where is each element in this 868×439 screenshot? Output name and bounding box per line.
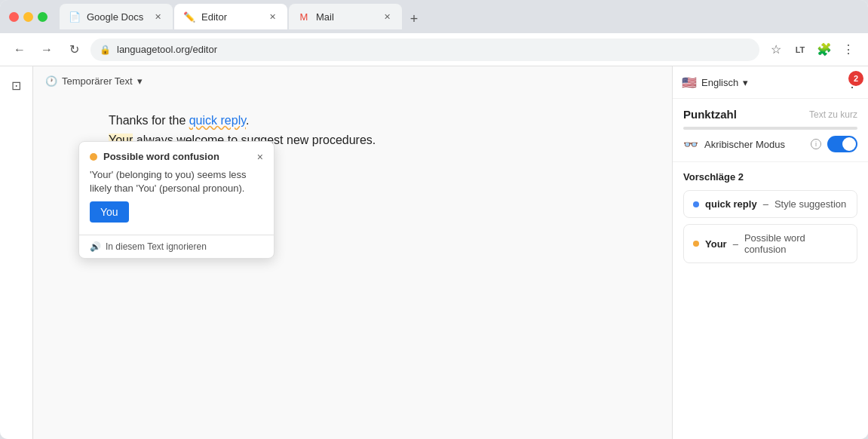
popup-header: Possible word confusion × — [79, 142, 274, 168]
title-bar: 📄 Google Docs ✕ ✏️ Editor ✕ M Mail ✕ — [0, 0, 868, 33]
temp-text-button[interactable]: 🕐 Temporärer Text ▾ — [45, 75, 143, 87]
suggestion-dot-blue — [693, 201, 699, 207]
popup-dot — [90, 153, 97, 161]
quick-reply-link[interactable]: quick reply — [189, 114, 246, 127]
punktzahl-section: Punktzahl Text zu kurz 👓 Akribischer Mod… — [673, 99, 868, 162]
language-chevron-icon: ▾ — [743, 77, 748, 88]
sidebar-toggle-icon: ⊡ — [11, 78, 21, 93]
akribisch-row: 👓 Akribischer Modus i — [683, 136, 857, 152]
tab-mail-close[interactable]: ✕ — [381, 11, 393, 23]
browser-window: 📄 Google Docs ✕ ✏️ Editor ✕ M Mail ✕ — [0, 0, 868, 439]
suggestion-item-your[interactable]: Your – Possible word confusion — [683, 224, 857, 263]
suggestion-item-quick-reply[interactable]: quick reply – Style suggestion — [683, 190, 857, 218]
editor-wrapper: Thanks for the quick reply. Your always … — [33, 96, 672, 439]
star-button[interactable]: ☆ — [765, 39, 787, 60]
popup-title: Possible word confusion — [103, 151, 251, 162]
editor-tab-icon: ✏️ — [183, 11, 195, 23]
tab-editor-close[interactable]: ✕ — [266, 11, 278, 23]
suggestion-type-1: Style suggestion — [774, 198, 846, 210]
tab-mail[interactable]: M Mail ✕ — [289, 4, 402, 29]
tab-editor[interactable]: ✏️ Editor ✕ — [174, 4, 287, 29]
chevron-down-icon: ▾ — [137, 75, 143, 87]
google-docs-tab-icon: 📄 — [69, 11, 81, 23]
address-text: languagetool.org/editor — [117, 44, 217, 55]
word-confusion-popup: Possible word confusion × 'Your' (belong… — [78, 141, 275, 259]
nav-actions: ☆ LT 🧩 ⋮ — [765, 39, 859, 60]
back-button[interactable]: ← — [9, 39, 30, 60]
traffic-lights — [9, 12, 48, 22]
tab-mail-label: Mail — [316, 11, 334, 23]
notification-badge: 2 — [848, 71, 863, 86]
right-panel: 🇺🇸 Englisch ▾ 2 ⋮ Punktzahl Text zu kurz… — [672, 66, 868, 439]
minimize-window-button[interactable] — [23, 12, 33, 22]
editor-body[interactable]: Thanks for the quick reply. Your always … — [33, 96, 672, 164]
tab-google-docs-label: Google Docs — [87, 11, 143, 23]
close-window-button[interactable] — [9, 12, 19, 22]
vorschlaege-section: Vorschläge 2 quick reply – Style suggest… — [673, 162, 868, 439]
mail-tab-icon: M — [298, 11, 310, 23]
new-tab-button[interactable]: + — [403, 8, 425, 29]
suggestion-dot-yellow — [693, 241, 699, 247]
maximize-window-button[interactable] — [38, 12, 48, 22]
editor-header: 🕐 Temporärer Text ▾ — [33, 66, 672, 96]
suggestion-word-2: Your — [705, 238, 727, 250]
punktzahl-label: Punktzahl — [683, 108, 737, 121]
popup-footer-text: In diesem Text ignorieren — [106, 241, 207, 252]
suggestion-dash-2: – — [733, 238, 738, 250]
address-bar[interactable]: 🔒 languagetool.org/editor — [90, 38, 759, 61]
suggestion-word-1: quick reply — [705, 198, 757, 210]
tab-editor-label: Editor — [201, 11, 227, 23]
punktzahl-progress-bar — [683, 127, 857, 130]
speaker-icon: 🔊 — [90, 241, 101, 252]
akribisch-toggle[interactable] — [827, 136, 857, 152]
panel-header: 🇺🇸 Englisch ▾ 2 ⋮ — [673, 66, 868, 99]
language-label: Englisch — [701, 77, 738, 88]
glasses-icon: 👓 — [683, 137, 698, 152]
info-icon[interactable]: i — [811, 139, 821, 149]
tabs-bar: 📄 Google Docs ✕ ✏️ Editor ✕ M Mail ✕ — [60, 4, 859, 29]
tab-google-docs-close[interactable]: ✕ — [152, 11, 164, 23]
popup-footer[interactable]: 🔊 In diesem Text ignorieren — [79, 235, 274, 258]
browser-menu-button[interactable]: ⋮ — [838, 39, 859, 60]
tab-google-docs[interactable]: 📄 Google Docs ✕ — [60, 4, 173, 29]
popup-close-button[interactable]: × — [257, 152, 263, 162]
suggestion-dash-1: – — [763, 198, 768, 210]
popup-body: 'Your' (belonging to you) seems less lik… — [79, 168, 274, 235]
clock-icon: 🕐 — [45, 75, 57, 87]
toggle-knob — [842, 137, 856, 151]
text-zu-kurz-label: Text zu kurz — [809, 109, 857, 120]
vorschlaege-title: Vorschläge 2 — [683, 171, 857, 183]
editor-area: 🕐 Temporärer Text ▾ Thanks for the quick… — [33, 66, 672, 439]
flag-icon: 🇺🇸 — [682, 75, 697, 90]
lock-icon: 🔒 — [100, 45, 111, 55]
text-line1-prefix: Thanks for the — [109, 114, 189, 127]
temp-text-label: Temporärer Text — [62, 75, 133, 87]
sidebar-toggle[interactable]: ⊡ — [0, 66, 33, 439]
nav-bar: ← → ↻ 🔒 languagetool.org/editor ☆ LT 🧩 ⋮ — [0, 33, 868, 66]
extensions-button[interactable]: 🧩 — [814, 39, 835, 60]
forward-button[interactable]: → — [36, 39, 57, 60]
punktzahl-row: Punktzahl Text zu kurz — [683, 108, 857, 121]
popup-body-text: 'Your' (belonging to you) seems less lik… — [90, 169, 247, 194]
language-selector[interactable]: 🇺🇸 Englisch ▾ — [682, 75, 748, 90]
akribisch-label: Akribischer Modus — [704, 139, 805, 150]
popup-suggestion-button[interactable]: You — [90, 201, 129, 223]
text-line1-suffix: . — [246, 114, 249, 127]
lt-extension-button[interactable]: LT — [790, 39, 811, 60]
reload-button[interactable]: ↻ — [63, 39, 84, 60]
page-content: ⊡ 🕐 Temporärer Text ▾ Thanks for the qui… — [0, 66, 868, 439]
suggestion-type-2: Possible word confusion — [744, 232, 848, 255]
